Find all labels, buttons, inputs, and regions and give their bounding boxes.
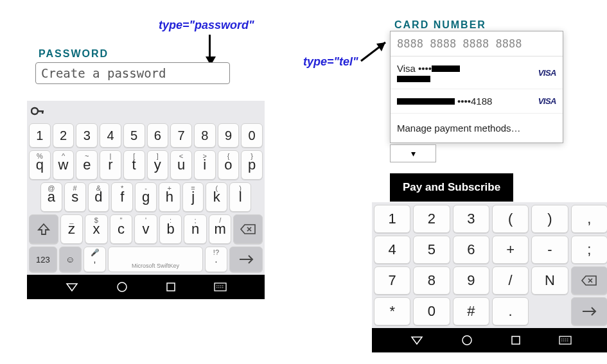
num-enter-key[interactable]	[571, 297, 607, 325]
key-9[interactable]: 9	[218, 123, 240, 148]
nav-home-icon[interactable]	[461, 334, 473, 346]
numkey-2[interactable]: 2	[413, 205, 450, 233]
emoji-key[interactable]: ☺	[59, 247, 82, 272]
nav-back-icon[interactable]	[410, 335, 423, 345]
key-m[interactable]: /m	[209, 214, 232, 244]
numkey-;[interactable]: ;	[571, 236, 607, 264]
key-j[interactable]: =j	[182, 182, 204, 212]
numkey--[interactable]: -	[531, 236, 568, 264]
key-g[interactable]: -g	[135, 182, 157, 212]
key-1[interactable]: 1	[29, 123, 51, 148]
key-y[interactable]: ]y	[147, 150, 169, 180]
card-number-label: CARD NUMBER	[394, 19, 486, 31]
key-u[interactable]: <u	[170, 150, 192, 180]
key-t[interactable]: [t	[123, 150, 145, 180]
numkey-3[interactable]: 3	[453, 205, 489, 233]
shift-key[interactable]	[29, 214, 58, 244]
card-2-suffix: ••••4188	[457, 96, 492, 107]
numkey-9[interactable]: 9	[453, 266, 489, 295]
nav-home-icon[interactable]	[116, 281, 128, 293]
nav-recent-icon[interactable]	[166, 282, 176, 292]
key-i[interactable]: >i	[194, 150, 216, 180]
key-b[interactable]: :b	[159, 214, 182, 244]
symbols-key[interactable]: 123	[29, 247, 57, 272]
key-2[interactable]: 2	[53, 123, 75, 148]
numkey-7[interactable]: 7	[374, 266, 410, 295]
backspace-key[interactable]	[233, 214, 263, 244]
comma-key[interactable]: 🎤 ,	[84, 247, 106, 272]
numkey-5[interactable]: 5	[413, 236, 450, 264]
space-key[interactable]: Microsoft SwiftKey	[108, 247, 203, 272]
key-5[interactable]: 5	[123, 123, 145, 148]
key-o[interactable]: {o	[218, 150, 240, 180]
num-backspace-key[interactable]	[571, 266, 607, 295]
key-4[interactable]: 4	[100, 123, 121, 148]
mic-icon: 🎤	[91, 248, 100, 257]
manage-payment-methods[interactable]: Manage payment methods…	[391, 114, 563, 143]
numkey-N[interactable]: N	[531, 266, 568, 295]
card-number-input[interactable]	[391, 31, 563, 56]
card-1-line2-redacted	[397, 76, 430, 82]
numkey-*[interactable]: *	[374, 297, 410, 325]
key-s[interactable]: #s	[64, 182, 86, 212]
key-p[interactable]: }p	[241, 150, 263, 180]
numkey-+[interactable]: +	[492, 236, 529, 264]
annotation-password: type="password"	[159, 19, 254, 32]
numkey-0[interactable]: 0	[413, 297, 450, 325]
svg-point-9	[118, 282, 127, 291]
numkey-1[interactable]: 1	[374, 205, 410, 233]
key-8[interactable]: 8	[194, 123, 216, 148]
key-n[interactable]: ;n	[184, 214, 207, 244]
svg-rect-11	[215, 283, 226, 291]
svg-marker-17	[412, 337, 422, 344]
key-6[interactable]: 6	[147, 123, 169, 148]
card-option-1[interactable]: Visa •••• VISA	[391, 56, 563, 89]
svg-point-18	[462, 336, 471, 345]
pay-subscribe-button[interactable]: Pay and Subscribe	[390, 173, 513, 202]
numkey-/[interactable]: /	[492, 266, 529, 295]
annotation-tel: type="tel"	[303, 55, 358, 69]
numkey-6[interactable]: 6	[453, 236, 489, 264]
key-v[interactable]: 'v	[134, 214, 157, 244]
key-r[interactable]: |r	[100, 150, 121, 180]
svg-marker-1	[376, 42, 385, 51]
svg-point-2	[31, 108, 38, 114]
numkey-4[interactable]: 4	[374, 236, 410, 264]
key-z[interactable]: _z	[60, 214, 84, 244]
numkey-([interactable]: (	[492, 205, 529, 233]
nav-keyboard-icon[interactable]	[214, 282, 227, 291]
key-k[interactable]: (k	[206, 182, 227, 212]
arrow-upright-icon	[360, 39, 392, 64]
card-2-redacted	[397, 98, 455, 105]
key-c[interactable]: "c	[110, 214, 133, 244]
numkey-,[interactable]: ,	[571, 205, 607, 233]
enter-key[interactable]	[229, 247, 263, 272]
key-3[interactable]: 3	[76, 123, 98, 148]
key-l[interactable]: )l	[229, 182, 251, 212]
key-icon	[31, 106, 45, 116]
svg-marker-8	[67, 284, 77, 291]
key-0[interactable]: 0	[241, 123, 263, 148]
key-7[interactable]: 7	[170, 123, 192, 148]
numkey-.[interactable]: .	[492, 297, 529, 325]
key-h[interactable]: +h	[159, 182, 180, 212]
password-input[interactable]	[35, 62, 230, 84]
key-w[interactable]: ^w	[53, 150, 75, 180]
key-f[interactable]: *f	[111, 182, 133, 212]
nav-back-icon[interactable]	[66, 282, 78, 292]
card-option-2[interactable]: ••••4188 VISA	[391, 89, 563, 114]
android-navbar-left	[27, 275, 265, 299]
select-stub[interactable]: ▾	[390, 144, 436, 162]
key-x[interactable]: $x	[85, 214, 108, 244]
numkey-8[interactable]: 8	[413, 266, 450, 295]
key-d[interactable]: &d	[88, 182, 110, 212]
card-autofill-dropdown: Visa •••• VISA ••••4188 VISA Manage paym…	[390, 31, 563, 143]
nav-keyboard-icon[interactable]	[559, 336, 572, 345]
numkey-#[interactable]: #	[453, 297, 489, 325]
key-e[interactable]: ~e	[76, 150, 98, 180]
key-a[interactable]: @a	[40, 182, 62, 212]
nav-recent-icon[interactable]	[511, 335, 521, 345]
key-q[interactable]: %q	[29, 150, 51, 180]
numkey-)[interactable]: )	[531, 205, 568, 233]
period-key[interactable]: !? .	[205, 247, 227, 272]
